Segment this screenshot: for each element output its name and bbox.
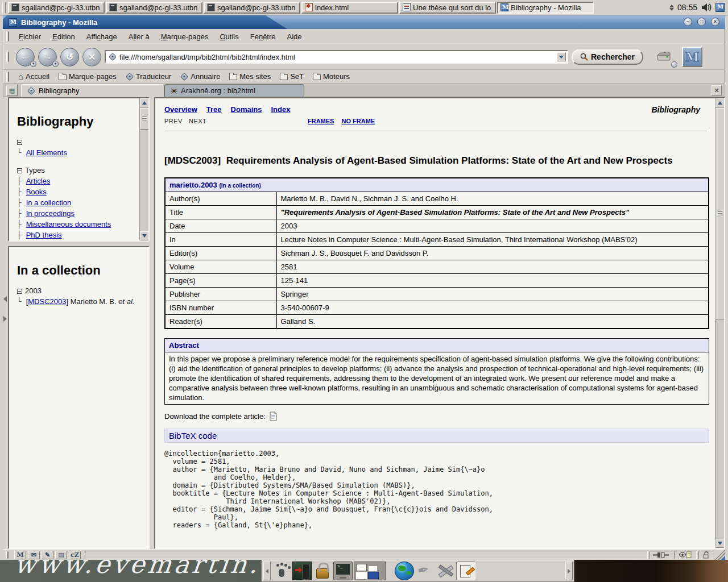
scroll-up-button[interactable] xyxy=(140,98,149,107)
menu-item[interactable]: Marque-pages xyxy=(156,31,214,43)
noframe-link[interactable]: NO FRAME xyxy=(342,118,375,124)
tab-bibliography[interactable]: Bibliography xyxy=(21,84,164,97)
taskbar-handle[interactable] xyxy=(2,2,6,13)
type-link[interactable]: In proceedings xyxy=(26,209,75,218)
menu-item[interactable]: Affichage xyxy=(81,31,122,43)
scroll-down-button[interactable] xyxy=(140,231,149,240)
all-elements-link[interactable]: All Elements xyxy=(26,148,67,157)
menubar-grippy[interactable] xyxy=(6,31,9,41)
search-button[interactable]: Rechercher xyxy=(572,49,643,65)
sidebar-scrollbar[interactable] xyxy=(139,98,148,240)
type-link[interactable]: Books xyxy=(26,188,47,196)
frame-vertical-splitter[interactable] xyxy=(150,97,154,549)
close-button[interactable]: × xyxy=(711,18,719,26)
back-dropdown[interactable]: ▼ xyxy=(30,61,36,67)
frames-link[interactable]: FRAMES xyxy=(308,118,334,124)
personal-toolbar-item[interactable]: Accueil xyxy=(15,71,53,82)
window-titlebar[interactable]: Bibliography - Mozilla − □ × xyxy=(3,15,725,29)
back-button[interactable]: ←▼ xyxy=(16,48,35,66)
logout-icon[interactable] xyxy=(292,562,312,580)
type-link[interactable]: In a collection xyxy=(26,198,72,207)
scrollbar-thumb[interactable] xyxy=(140,108,149,130)
menu-item[interactable]: Fenêtre xyxy=(245,31,281,43)
personal-toolbar-item[interactable]: Marque-pages xyxy=(55,72,120,81)
tab-list-button[interactable]: ▤ xyxy=(6,85,18,96)
menu-item[interactable]: Outils xyxy=(214,31,243,43)
stop-button[interactable]: × xyxy=(82,48,101,66)
collapse-icon[interactable] xyxy=(17,168,22,173)
taskbar-window-button[interactable]: sgalland@pc-gi-33.utbn xyxy=(204,2,300,14)
type-link[interactable]: Miscellaneous documents xyxy=(26,220,111,228)
gnome-menu-icon[interactable] xyxy=(272,562,291,580)
bibtex-header: BibTeX code xyxy=(164,429,709,443)
composer-icon[interactable]: ✎ xyxy=(42,551,53,559)
scroll-up-button[interactable] xyxy=(715,98,725,107)
main-scrollbar[interactable] xyxy=(715,98,724,548)
download-article-icon[interactable] xyxy=(269,411,278,421)
tab-close-button[interactable]: ✕ xyxy=(712,85,722,95)
navigator-icon[interactable]: M xyxy=(14,551,26,559)
tray-icon[interactable] xyxy=(715,3,725,12)
taskbar-window-button[interactable]: Bibliography - Mozilla xyxy=(497,2,594,14)
mail-icon[interactable]: ✉ xyxy=(28,551,40,559)
sidebar-splitter[interactable] xyxy=(3,97,8,549)
type-link[interactable]: Articles xyxy=(26,177,51,185)
personal-toolbar-item[interactable]: Mes sites xyxy=(226,72,274,81)
maximize-button[interactable]: □ xyxy=(697,18,706,26)
menu-item[interactable]: Aide xyxy=(282,31,307,43)
workspace-switcher[interactable] xyxy=(354,562,386,580)
mozilla-throbber[interactable]: M xyxy=(682,47,702,67)
statusbar-grippy[interactable] xyxy=(6,551,9,559)
addressbook-icon[interactable]: ▤ xyxy=(55,551,67,559)
terminal-launcher-icon[interactable] xyxy=(333,562,353,580)
security-lock-icon[interactable] xyxy=(698,551,713,559)
personal-toolbar-item[interactable]: Annuaire xyxy=(177,72,224,81)
taskbar-window-button[interactable]: index.html xyxy=(301,2,398,14)
panel-hide-right-button[interactable] xyxy=(565,562,573,580)
taskbar-window-button[interactable]: sgalland@pc-gi-33.utbn xyxy=(8,2,105,14)
chatzilla-icon[interactable]: cZ xyxy=(69,551,81,559)
doc-nav-link[interactable]: Domains xyxy=(231,105,262,114)
type-link[interactable]: PhD thesis xyxy=(26,231,62,239)
reload-button[interactable]: ↺ xyxy=(60,48,79,66)
notes-icon[interactable] xyxy=(456,562,475,580)
personal-toolbar-item[interactable]: Moteurs xyxy=(309,72,353,81)
collapse-icon[interactable] xyxy=(17,289,22,294)
tab-arakhne[interactable]: Arakhnê.org : bib2html xyxy=(164,84,304,97)
forward-button[interactable]: →▼ xyxy=(38,48,57,66)
url-dropdown-button[interactable] xyxy=(557,52,566,61)
quill-icon[interactable] xyxy=(415,562,435,580)
minimize-button[interactable]: − xyxy=(684,18,692,26)
personal-toolbar-item[interactable]: Traducteur xyxy=(122,72,175,81)
url-bar[interactable]: file:///home/sgalland/tmp/bib2html/bib2h… xyxy=(105,50,568,64)
menubar: Fichier Edition Affichage Aller à Marque… xyxy=(3,29,725,44)
scroll-down-button[interactable] xyxy=(715,539,725,548)
url-text[interactable]: file:///home/sgalland/tmp/bib2html/bib2h… xyxy=(119,53,554,61)
personal-toolbar-item[interactable]: SeT xyxy=(276,72,307,81)
web-browser-icon[interactable] xyxy=(395,562,414,580)
panel-hide-left-button[interactable] xyxy=(263,562,271,580)
navbar-grippy[interactable] xyxy=(6,52,9,62)
forward-dropdown[interactable]: ▼ xyxy=(52,61,59,67)
entry-link[interactable]: MDSC2003 xyxy=(28,297,66,306)
menu-item[interactable]: Edition xyxy=(47,31,80,43)
menu-item[interactable]: Aller à xyxy=(123,31,155,43)
doc-nav-link[interactable]: Overview xyxy=(164,105,197,114)
window-resize-grip[interactable] xyxy=(715,550,725,560)
taskbar-window-button[interactable]: sgalland@pc-gi-33.utbn xyxy=(106,2,202,14)
taskbar-window-button[interactable]: Une thèse qui sort du lo xyxy=(399,2,496,14)
menu-item[interactable]: Fichier xyxy=(14,31,46,43)
personal-toolbar-grippy[interactable] xyxy=(6,72,9,82)
cookie-watch-icon[interactable] xyxy=(674,551,697,559)
doc-nav-link[interactable]: Tree xyxy=(206,105,222,114)
lock-screen-icon[interactable] xyxy=(313,562,332,580)
doc-nav-link[interactable]: Index xyxy=(271,105,290,114)
taskbar-scroll-arrows[interactable] xyxy=(669,5,674,11)
scrollbar-thumb[interactable] xyxy=(715,108,725,319)
tools-icon[interactable] xyxy=(436,562,455,580)
frame-horizontal-splitter[interactable] xyxy=(8,242,150,246)
printer-dropdown[interactable] xyxy=(671,61,677,68)
speaker-icon[interactable] xyxy=(701,2,712,13)
print-button[interactable] xyxy=(655,48,673,66)
collapse-icon[interactable] xyxy=(17,140,22,145)
